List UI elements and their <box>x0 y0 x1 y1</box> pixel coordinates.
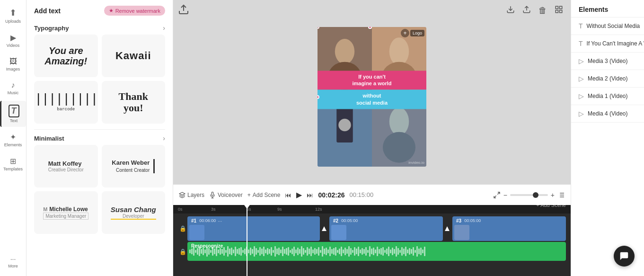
seg2-thumbnail <box>331 225 346 240</box>
voiceover-button[interactable]: Voiceover <box>209 192 243 198</box>
text-card-michelle-lowe[interactable]: M Michelle Lowe Marketing Manager <box>34 191 98 234</box>
svg-point-15 <box>338 118 351 131</box>
video-canvas: If you can't imagine a world without soc… <box>318 27 426 167</box>
element-item-if-you-cant[interactable]: T If You Can't Imagine A World <box>571 35 644 53</box>
play-button[interactable]: ▶ <box>296 190 302 199</box>
canvas-text-pink: If you can't imagine a world <box>318 71 426 90</box>
typography-arrow-icon[interactable]: › <box>163 24 165 32</box>
music-icon: ♪ <box>11 81 15 89</box>
seg1-time: 00:06:00 <box>199 218 216 223</box>
upload-icon: ⬆ <box>9 8 17 18</box>
sidebar-item-videos[interactable]: ▶ Videos <box>0 29 26 52</box>
element-item-media-3[interactable]: ▷ Media 3 (Video) <box>571 53 644 70</box>
grid-button[interactable] <box>553 3 565 18</box>
more-icon: ··· <box>10 255 16 263</box>
svg-rect-4 <box>560 6 562 9</box>
layers-button[interactable]: Layers <box>179 192 204 198</box>
text-card-karen-weber[interactable]: Karen WeberContent Creator <box>102 145 166 187</box>
canvas-logo-badge: Logo <box>410 30 424 36</box>
text-panel: Add text ★ Remove watermark Typography ›… <box>26 0 173 276</box>
ruler-0s: 0s <box>178 207 183 212</box>
typography-section-header: Typography › <box>26 19 173 35</box>
watermark-star-icon: ★ <box>109 8 114 14</box>
text-card-barcode[interactable]: ||||||||||||| barcode <box>34 81 98 124</box>
element-item-media-4[interactable]: ▷ Media 4 (Video) <box>571 105 644 123</box>
canvas-toolbar: 🗑 <box>173 0 571 21</box>
delete-button[interactable]: 🗑 <box>537 4 549 18</box>
transition-1[interactable] <box>320 216 328 241</box>
templates-icon: ⊞ <box>10 157 16 166</box>
seg1-thumbnail <box>189 225 204 240</box>
seg2-time: 00:05:00 <box>341 218 358 223</box>
remove-watermark-button[interactable]: ★ Remove watermark <box>104 6 165 16</box>
video-icon: ▶ <box>10 33 16 42</box>
sidebar-item-text[interactable]: T Text <box>0 101 26 127</box>
transition-2[interactable] <box>443 216 451 241</box>
chat-bubble-button[interactable] <box>614 246 635 267</box>
timeline-segment-3[interactable]: #3 00:05:00 <box>452 216 566 241</box>
svg-rect-5 <box>560 10 562 12</box>
elements-icon: ✦ <box>10 133 16 142</box>
timeline-ruler: 0s 3s 6s 9s 12s + Add Scene <box>173 205 571 214</box>
text-element-icon-1: T <box>579 22 583 30</box>
timeline-segment-2[interactable]: #2 00:05:00 <box>329 216 443 241</box>
upload-button[interactable] <box>520 3 533 18</box>
text-card-kawaii[interactable]: Kawaii <box>102 35 166 77</box>
video-element-icon-2: ▷ <box>579 75 584 82</box>
minimalist-arrow-icon[interactable]: › <box>163 134 165 142</box>
canvas-add-logo-button[interactable]: + <box>401 29 409 37</box>
canvas-text-blue: without social media <box>318 90 426 109</box>
prev-button[interactable]: ⏮ <box>285 191 291 199</box>
add-scene-timeline-button[interactable]: + Add Scene <box>536 205 566 209</box>
svg-point-11 <box>389 37 409 65</box>
current-time: 00:02:26 <box>318 191 344 199</box>
playback-bar: Layers Voiceover + Add Scene ⏮ ▶ ⏭ 00:02… <box>173 184 571 205</box>
upload-to-server-icon <box>178 4 189 17</box>
canvas-area: 🗑 <box>173 0 571 184</box>
svg-point-17 <box>389 107 409 135</box>
download-button[interactable] <box>504 3 517 18</box>
svg-marker-30 <box>322 226 326 231</box>
text-card-susan-chang[interactable]: Susan Chang Developer <box>102 191 166 234</box>
add-scene-button[interactable]: + Add Scene <box>247 192 281 198</box>
ruler-3s: 3s <box>211 207 216 212</box>
zoom-out-button[interactable]: − <box>503 190 508 200</box>
sidebar-item-music[interactable]: ♪ Music <box>0 77 26 99</box>
sidebar-item-elements[interactable]: ✦ Elements <box>0 129 26 151</box>
ruler-9s: 9s <box>277 207 282 212</box>
timeline-playhead[interactable] <box>247 205 247 276</box>
seg3-time: 00:05:00 <box>464 218 481 223</box>
canvas-text-overlay: If you can't imagine a world without soc… <box>318 71 426 109</box>
seg1-dots: ··· <box>218 218 222 224</box>
video-element-icon-4: ▷ <box>579 110 584 117</box>
elements-panel: Elements T Without Social Media T If You… <box>571 0 644 276</box>
audio-track: 🔒 Respecognize (function() { const wavef… <box>178 242 566 262</box>
typography-title: Typography <box>34 25 69 32</box>
text-card-you-are-amazing[interactable]: You areAmazing! <box>34 35 98 77</box>
timeline-segment-1[interactable]: #1 00:06:00 ··· <box>187 216 320 241</box>
sidebar-item-more[interactable]: ··· More <box>0 251 26 272</box>
main-area: 🗑 <box>173 0 571 276</box>
minimalist-card-grid: Matt Koffey Creative Director Karen Webe… <box>26 145 173 240</box>
element-item-without-social-media[interactable]: T Without Social Media <box>571 18 644 35</box>
track-lock-icon[interactable]: 🔒 <box>178 216 187 241</box>
audio-lock-icon[interactable]: 🔒 <box>178 242 187 262</box>
next-button[interactable]: ⏭ <box>307 191 313 199</box>
seg3-thumbnail <box>454 225 469 240</box>
text-card-thank-you[interactable]: Thankyou! <box>102 81 166 124</box>
svg-point-18 <box>383 132 415 162</box>
sidebar-item-uploads[interactable]: ⬆ Uploads <box>0 4 26 27</box>
element-item-media-1[interactable]: ▷ Media 1 (Video) <box>571 88 644 105</box>
timeline: 0s 3s 6s 9s 12s + Add Scene 🔒 #1 00:0 <box>173 205 571 276</box>
svg-line-23 <box>494 196 496 198</box>
zoom-slider[interactable] <box>510 194 548 196</box>
element-item-media-2[interactable]: ▷ Media 2 (Video) <box>571 70 644 88</box>
sidebar-item-templates[interactable]: ⊞ Templates <box>0 153 26 175</box>
video-track-content: #1 00:06:00 ··· #2 00:05:00 <box>187 216 566 241</box>
expand-icon <box>493 191 501 199</box>
text-card-matt-koffey[interactable]: Matt Koffey Creative Director <box>34 145 98 187</box>
zoom-in-button[interactable]: + <box>550 190 556 200</box>
sidebar-item-images[interactable]: 🖼 Images <box>0 53 26 75</box>
playhead-triangle <box>244 205 250 209</box>
canvas-watermark: invideo.io <box>408 160 424 165</box>
